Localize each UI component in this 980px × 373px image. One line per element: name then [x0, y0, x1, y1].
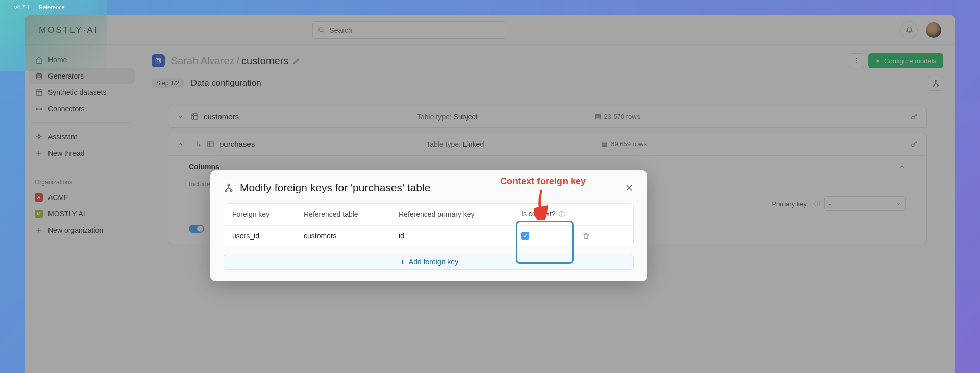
- is-context-checkbox[interactable]: ✓: [521, 232, 529, 240]
- fk-header-is-context: Is context?ⓘ: [521, 210, 582, 219]
- svg-point-38: [230, 190, 232, 191]
- fk-header-referenced-pk: Referenced primary key: [399, 210, 521, 218]
- fk-cell-referenced-pk: id: [399, 232, 521, 240]
- delete-fk-button[interactable]: [582, 232, 613, 240]
- fk-header-foreign-key: Foreign key: [232, 210, 304, 218]
- fk-cell-referenced-table: customers: [304, 232, 399, 240]
- callout-label: Context foreign key: [500, 176, 586, 187]
- svg-point-37: [225, 190, 227, 191]
- info-icon[interactable]: ⓘ: [559, 211, 565, 218]
- foreign-keys-modal: Modify foreign keys for 'purchases' tabl…: [210, 170, 647, 281]
- svg-point-36: [228, 184, 229, 186]
- callout-arrow-icon: [534, 189, 548, 220]
- button-label: Add foreign key: [409, 258, 458, 266]
- hierarchy-icon: [224, 183, 234, 193]
- close-button[interactable]: [625, 183, 634, 192]
- version-label: v4.7.1: [14, 4, 30, 10]
- plus-icon: [399, 259, 406, 265]
- reference-link[interactable]: Reference: [39, 4, 65, 10]
- fk-header-referenced-table: Referenced table: [304, 210, 399, 218]
- modal-title: Modify foreign keys for 'purchases' tabl…: [240, 182, 430, 194]
- add-foreign-key-button[interactable]: Add foreign key: [224, 254, 634, 270]
- fk-cell-foreign-key: users_id: [232, 232, 304, 240]
